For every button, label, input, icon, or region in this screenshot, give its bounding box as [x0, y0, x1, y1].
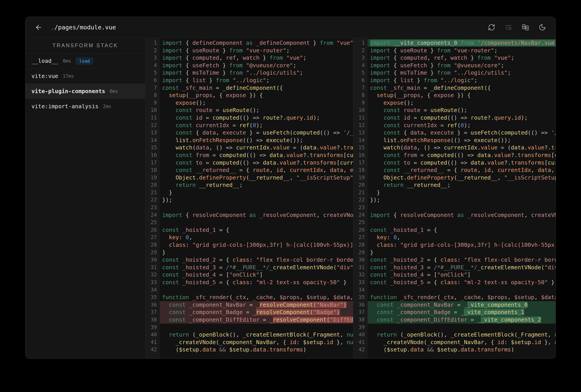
code-line: 4import { useFetch } from "@vueuse/core"… — [353, 62, 556, 69]
sidebar-item-vite-import-analysis[interactable]: vite:import-analysis2ms — [26, 99, 145, 114]
sidebar-item-vite-vue[interactable]: vite:vue17ms — [26, 68, 145, 84]
code-text: const from = computed(() => data.value?.… — [368, 152, 556, 159]
code-text: import { computed, ref, watch } from "vu… — [160, 54, 353, 62]
plugin-name: vite-plugin-components — [32, 88, 105, 94]
line-number: 25 — [353, 219, 368, 226]
code-line: 15 watch(data, () => currentIdx.value = … — [146, 144, 353, 152]
code-line: 9 expose(); — [146, 99, 353, 107]
arrow-left-icon — [35, 24, 42, 31]
side-by-side-diff-icon[interactable] — [521, 24, 529, 32]
plugin-time: 2ms — [103, 104, 112, 109]
refresh-icon[interactable] — [488, 24, 496, 32]
line-number: 18 — [353, 166, 368, 174]
code-text: import { list } from "../logic"; — [160, 76, 353, 84]
code-text: const _hoisted_4 = ["onClick"] — [160, 271, 353, 279]
line-number: 22 — [353, 196, 368, 204]
code-text: const id = computed(() => route?.query.i… — [160, 114, 353, 122]
code-text: key: 0, — [160, 234, 353, 241]
code-text — [160, 219, 353, 226]
code-text: import { useRoute } from "vue-router"; — [368, 47, 556, 54]
code-text: const _hoisted_1 = { — [368, 226, 556, 234]
code-line: 19 Object.defineProperty(__returned__, "… — [146, 174, 353, 182]
code-line: 12 const currentIdx = ref(0); — [353, 122, 556, 129]
line-number: 20 — [353, 181, 368, 189]
line-number: 29 — [146, 249, 160, 256]
code-line: 17 const to = computed(() => data.value?… — [146, 159, 353, 166]
line-wrap-icon[interactable] — [504, 24, 512, 32]
code-text: const _component_NavBar = __vite_compone… — [368, 301, 556, 309]
line-number: 39 — [353, 324, 368, 331]
line-number: 17 — [353, 159, 368, 166]
code-text: ($setup.data && $setup.data.transforms) — [368, 346, 556, 354]
line-number: 37 — [146, 308, 160, 316]
line-number: 35 — [353, 294, 368, 301]
code-text: const _component_NavBar = _resolveCompon… — [160, 301, 353, 309]
code-text: import { msToTime } from "../logic/utils… — [160, 69, 353, 76]
code-line: 16 const from = computed(() => data.valu… — [353, 152, 556, 159]
line-number: 20 — [146, 181, 160, 189]
code-line: 33const _hoisted_5 = { class: "ml-2 text… — [146, 279, 353, 286]
code-text: watch(data, () => currentIdx.value = (da… — [160, 144, 353, 152]
code-line: 35function _sfc_render(_ctx, _cache, $pr… — [353, 294, 556, 301]
code-line: 25 — [146, 219, 353, 226]
code-line: 24import { resolveComponent as _resolveC… — [146, 211, 353, 219]
code-text: const route = useRoute(); — [368, 106, 556, 114]
line-number: 22 — [146, 196, 160, 204]
code-text: const _hoisted_5 = { class: "ml-2 text-x… — [160, 279, 353, 286]
code-line: 17 const to = computed(() => data.value?… — [353, 159, 556, 166]
code-text: _createVNode(_component_NavBar, { id: $s… — [368, 338, 556, 346]
line-number: 42 — [353, 346, 368, 354]
code-text: } — [368, 249, 556, 256]
sidebar-item-vite-plugin-components[interactable]: vite-plugin-components0ms — [26, 84, 145, 99]
line-number: 34 — [353, 286, 368, 294]
line-number: 15 — [353, 144, 368, 152]
line-number: 36 — [146, 301, 160, 309]
code-text — [160, 286, 353, 294]
code-text: const _component_DiffEditor = _resolveCo… — [160, 316, 353, 324]
line-number: 33 — [146, 279, 160, 286]
code-line: 23 — [353, 204, 556, 211]
code-text: expose(); — [160, 99, 353, 107]
code-line: 3import { computed, ref, watch } from "v… — [353, 54, 556, 62]
code-text: const id = computed(() => route?.query.i… — [368, 114, 556, 122]
code-line-added: 37 const _component_Badge = __vite_compo… — [353, 308, 556, 316]
line-number: 9 — [353, 99, 368, 107]
line-number: 34 — [146, 286, 160, 294]
code-line: 31const _hoisted_3 = /*#__PURE__*/_creat… — [146, 264, 353, 271]
line-number: 24 — [353, 211, 368, 219]
code-text — [160, 204, 353, 211]
code-line: 30const _hoisted_2 = { class: "flex flex… — [146, 256, 353, 264]
code-text: import { resolveComponent as _resolveCom… — [368, 211, 556, 219]
code-text: const _hoisted_5 = { class: "ml-2 text-x… — [368, 279, 556, 286]
code-line: 34 — [146, 286, 353, 294]
code-text: const __returned__ = { route, id, curren… — [368, 166, 556, 174]
line-number: 12 — [353, 122, 368, 129]
code-text: } — [160, 189, 353, 196]
code-line: 29} — [146, 249, 353, 256]
line-number: 31 — [353, 264, 368, 271]
back-button[interactable] — [35, 24, 42, 31]
code-line: 18 const __returned__ = { route, id, cur… — [353, 166, 556, 174]
code-text: return (_openBlock(), _createElementBloc… — [160, 331, 353, 338]
line-number: 8 — [146, 92, 160, 99]
sidebar-item--load-[interactable]: __load__0msload — [26, 54, 145, 68]
code-text: class: "grid grid-cols-[300px,3fr] h-[ca… — [160, 241, 353, 249]
code-text: return __returned__; — [160, 181, 353, 189]
code-line: 29} — [353, 249, 556, 256]
code-text — [368, 219, 556, 226]
code-text: } — [368, 189, 556, 196]
code-line: 19 Object.defineProperty(__returned__, "… — [353, 174, 556, 182]
code-text: const to = computed(() => data.value?.tr… — [160, 159, 353, 166]
line-number: 16 — [353, 152, 368, 159]
moon-icon[interactable] — [538, 24, 546, 32]
code-line: 41 _createVNode(_component_NavBar, { id:… — [146, 338, 353, 346]
code-text: const _component_Badge = _resolveCompone… — [160, 308, 353, 316]
toolbar-icons — [488, 24, 546, 32]
code-line: 11 const id = computed(() => route?.quer… — [353, 114, 556, 122]
code-line: 40 return (_openBlock(), _createElementB… — [353, 331, 556, 338]
line-number: 11 — [146, 114, 160, 122]
code-text: import { useRoute } from "vue-router"; — [160, 47, 353, 54]
code-text: const __returned__ = { route, id, curren… — [160, 166, 353, 174]
diff-pane-after: 1import __vite_components_0 from '/compo… — [353, 38, 556, 359]
code-line: 42 ($setup.data && $setup.data.transform… — [146, 346, 353, 354]
